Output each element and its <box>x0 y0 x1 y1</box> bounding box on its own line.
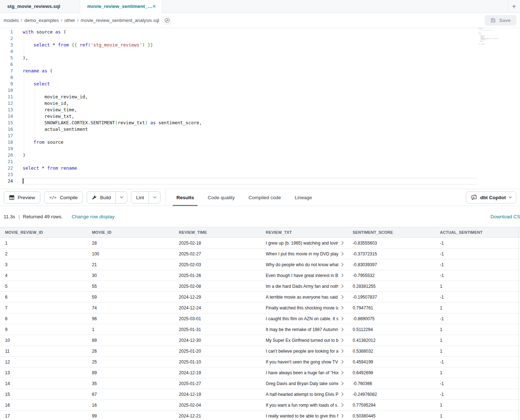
save-button[interactable]: Save <box>485 15 516 26</box>
change-row-display-link[interactable]: Change row display <box>72 214 115 219</box>
table-cell: -1 <box>440 251 520 256</box>
table-cell: 25 <box>92 359 179 365</box>
expand-cell-icon[interactable] <box>340 306 344 310</box>
lint-button[interactable]: Lint <box>131 192 149 203</box>
line-number: 14 <box>0 113 13 120</box>
result-tab-results[interactable]: Results <box>169 189 201 206</box>
expand-cell-icon[interactable] <box>340 382 344 385</box>
table-cell: 2025-02-08 <box>179 284 266 289</box>
code-line[interactable]: 24 <box>21 178 477 184</box>
code-line[interactable]: 17 <box>21 133 477 139</box>
line-number: 20 <box>0 152 13 158</box>
build-dropdown-button[interactable] <box>116 192 127 203</box>
table-cell: Even though I have great interest in Bi… <box>266 273 353 278</box>
code-line[interactable]: 7rename as ( <box>21 68 477 74</box>
table-cell: 67 <box>92 392 179 397</box>
table-row: 17992024-12-21I really wanted to be able… <box>0 411 520 420</box>
expand-cell-icon[interactable] <box>340 263 344 267</box>
dbt-copilot-button[interactable]: dbt Copilot <box>466 191 516 204</box>
plus-icon: + <box>512 2 516 11</box>
compile-button[interactable]: </> Compile <box>44 191 83 204</box>
wrench-icon <box>92 195 97 200</box>
table-cell: -0.19507837 <box>353 295 440 300</box>
code-line[interactable]: 22select * from rename <box>21 165 477 171</box>
expand-cell-icon[interactable] <box>340 241 344 245</box>
table-cell: 2025-01-20 <box>179 349 266 354</box>
code-line[interactable]: 12 movie_id, <box>21 100 477 107</box>
code-line[interactable]: 19 <box>21 146 477 152</box>
table-row: 15672024-12-19A half-hearted attempt to … <box>0 389 520 400</box>
code-line[interactable]: 16 actual_sentiment <box>21 126 477 133</box>
table-cell: -0.83555603 <box>353 241 440 246</box>
expand-cell-icon[interactable] <box>340 317 344 321</box>
code-line[interactable]: 11 movie_review_id, <box>21 94 477 100</box>
line-number: 15 <box>0 120 13 126</box>
table-cell: 2025-02-03 <box>179 262 266 267</box>
expand-cell-icon[interactable] <box>340 349 344 353</box>
code-line[interactable]: 21 <box>21 158 477 165</box>
review-text: Greg Davis and Bryan Daly take some … <box>266 381 338 386</box>
code-line[interactable]: 5), <box>21 55 477 61</box>
table-cell: If you haven't seen the gong show TV s… <box>266 359 353 365</box>
table-cell: 14 <box>5 381 92 386</box>
expand-cell-icon[interactable] <box>340 339 344 342</box>
editor-minimap[interactable]: with source as ( select * from {{ ref('s… <box>478 28 506 49</box>
table-cell: I can't believe people are looking for a… <box>266 349 353 354</box>
table-cell: Im a die hard Dads Army fan and nothi… <box>266 284 353 289</box>
table-cell: 0.5112294 <box>353 327 440 332</box>
expand-cell-icon[interactable] <box>340 328 344 331</box>
expand-cell-icon[interactable] <box>340 371 344 375</box>
code-line[interactable]: 8 <box>21 74 477 81</box>
expand-cell-icon[interactable] <box>340 285 344 288</box>
code-line[interactable]: 9 select <box>21 81 477 87</box>
result-tab-compiled-code[interactable]: Compiled code <box>242 189 288 206</box>
table-cell: 6 <box>5 295 92 300</box>
compile-label: Compile <box>60 195 78 200</box>
preview-label: Preview <box>18 195 35 200</box>
code-line[interactable]: 23 <box>21 171 477 178</box>
code-line[interactable]: 3 select * from {{ ref('stg_movie_review… <box>21 42 477 48</box>
code-line[interactable]: 14 review_txt, <box>21 113 477 120</box>
expand-cell-icon[interactable] <box>340 414 344 418</box>
code-line[interactable]: 4 <box>21 48 477 55</box>
preview-button[interactable]: Preview <box>4 191 40 204</box>
sql-code-editor[interactable]: 1with source as (23 select * from {{ ref… <box>0 28 520 189</box>
new-tab-button[interactable]: + <box>508 0 520 13</box>
code-line[interactable]: 13 review_time, <box>21 107 477 113</box>
code-line[interactable]: 18 from source <box>21 139 477 146</box>
result-tab-lineage[interactable]: Lineage <box>288 189 319 206</box>
lint-label: Lint <box>136 195 144 200</box>
lint-dropdown-button[interactable] <box>149 192 160 203</box>
code-line[interactable]: 10 <box>21 87 477 94</box>
table-cell: 2025-01-31 <box>179 327 266 332</box>
code-line[interactable]: 2 <box>21 35 477 42</box>
expand-cell-icon[interactable] <box>340 393 344 396</box>
expand-cell-icon[interactable] <box>340 403 344 407</box>
code-line[interactable]: 15 SNOWFLAKE.CORTEX.SENTIMENT(review_txt… <box>21 120 477 126</box>
close-tab-icon[interactable]: × <box>153 4 156 9</box>
file-tab-stg-movie-reviews[interactable]: stg_movie_reviews.sql <box>0 0 80 13</box>
expand-cell-icon[interactable] <box>340 252 344 256</box>
table-cell: 0.4594199 <box>353 359 440 365</box>
table-row: 4302025-01-26Even though I have great in… <box>0 270 520 281</box>
file-tab-movie-review-sentiment[interactable]: movie_review_sentiment_… × <box>80 0 162 13</box>
expand-cell-icon[interactable] <box>340 274 344 277</box>
code-line[interactable]: 20) <box>21 152 477 158</box>
result-tabs: ResultsCode qualityCompiled codeLineage <box>169 189 319 206</box>
expand-cell-icon[interactable] <box>340 295 344 299</box>
build-button[interactable]: Build <box>87 192 116 203</box>
result-tab-code-quality[interactable]: Code quality <box>201 189 242 206</box>
table-cell: If you want a fun romp with loads of s… <box>266 403 353 408</box>
line-number: 2 <box>0 35 13 42</box>
code-line[interactable]: 1with source as ( <box>21 29 477 35</box>
column-header: MOVIE_REVIEW_ID <box>5 230 92 234</box>
table-row: 912025-01-31It may be the remake of 1987… <box>0 324 520 335</box>
table-row: 7742024-12-24Finally watched this shocki… <box>0 303 520 313</box>
separator: | <box>18 214 20 219</box>
expand-cell-icon[interactable] <box>340 360 344 364</box>
download-csv-link[interactable]: Download CSV <box>490 214 520 219</box>
table-cell: 1 <box>440 338 520 343</box>
code-line[interactable]: 6 <box>21 61 477 68</box>
table-cell: 55 <box>92 284 179 289</box>
table-cell: 0.28381255 <box>353 284 440 289</box>
